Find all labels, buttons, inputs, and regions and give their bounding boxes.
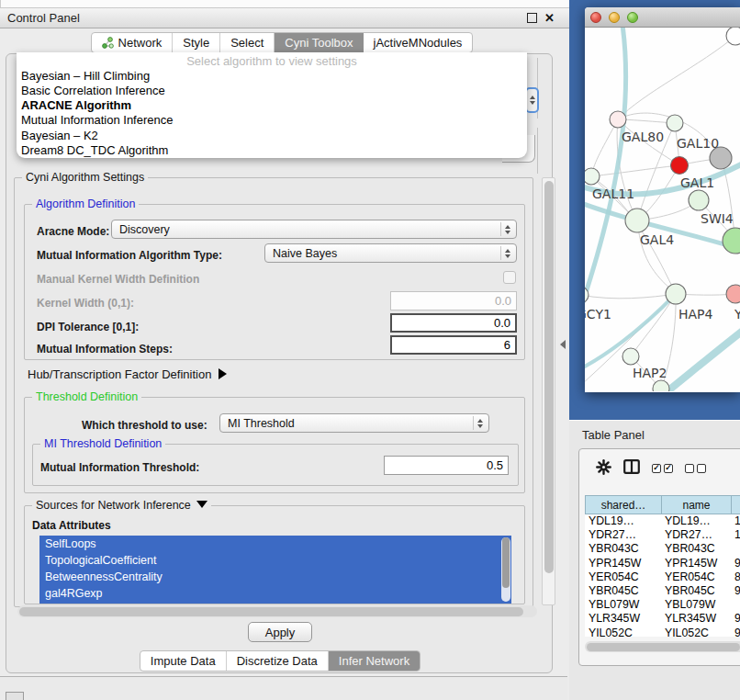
table-header-row: shared… name: [585, 495, 740, 514]
close-icon[interactable]: ✕: [544, 12, 555, 24]
tab-impute-data[interactable]: Impute Data: [140, 651, 227, 671]
tab-style[interactable]: Style: [173, 33, 220, 52]
network-node-HAP2[interactable]: [622, 348, 639, 365]
table-row[interactable]: YDL19…YDL19…13: [585, 514, 740, 528]
group-title: Sources for Network Inference: [36, 499, 191, 512]
node-label: GAL11: [592, 186, 634, 201]
tab-label: Select: [230, 36, 263, 50]
table-horizontal-scrollbar[interactable]: [585, 641, 740, 652]
tab-label: Discretize Data: [237, 654, 318, 668]
menu-item[interactable]: Bayesian – K2: [17, 129, 527, 143]
dropdown-placeholder: Select algorithm to view settings: [17, 54, 527, 69]
gear-icon[interactable]: [596, 459, 611, 479]
sources-toggle[interactable]: Sources for Network Inference: [32, 499, 211, 512]
group-title: Threshold Definition: [32, 390, 141, 403]
zoom-traffic-light-icon[interactable]: [627, 12, 638, 23]
close-traffic-light-icon[interactable]: [590, 12, 601, 23]
table-row[interactable]: YER054CYER054C8.: [585, 570, 740, 584]
network-node[interactable]: [726, 28, 740, 45]
table-body: YDL19…YDL19…13YDR27…YDR27…12YBR043CYBR04…: [585, 514, 740, 637]
select-all-icon[interactable]: ✓✓: [652, 464, 673, 473]
mi-algorithm-type-combo[interactable]: Naive Bayes: [264, 243, 517, 263]
column-header[interactable]: name: [661, 495, 731, 514]
network-node-Y[interactable]: [726, 285, 740, 303]
network-node-GAL11[interactable]: [585, 168, 600, 185]
aracne-mode-combo[interactable]: Discovery: [111, 220, 517, 239]
tab-network[interactable]: Network: [92, 33, 174, 52]
table-row[interactable]: YBR045CYBR045C9.: [585, 584, 740, 598]
dpi-tolerance-label: DPI Tolerance [0,1]:: [37, 321, 139, 333]
minimize-traffic-light-icon[interactable]: [609, 12, 620, 23]
dpi-tolerance-field[interactable]: [390, 313, 517, 333]
settings-vertical-scrollbar[interactable]: [542, 177, 555, 605]
menu-item-selected[interactable]: ARACNE Algorithm: [17, 98, 527, 113]
network-node-GAL80[interactable]: [610, 111, 626, 128]
network-node-SWI4[interactable]: [689, 190, 709, 210]
list-item[interactable]: TopologicalCoefficient: [39, 552, 511, 569]
network-node-GAL1[interactable]: [671, 157, 689, 175]
tab-jactivemnodules[interactable]: jActiveMNodules: [364, 33, 473, 52]
table-row[interactable]: YLR345WYLR345W9.: [585, 612, 740, 626]
network-node-GAL4[interactable]: [625, 209, 649, 232]
tab-cyni-toolbox[interactable]: Cyni Toolbox: [275, 33, 363, 52]
menu-item[interactable]: Dream8 DC_TDC Algorithm: [17, 143, 527, 158]
list-item[interactable]: SelfLoops: [39, 536, 511, 552]
menu-item[interactable]: Bayesian – Hill Climbing: [17, 69, 527, 84]
window-titlebar[interactable]: [585, 7, 740, 28]
tab-label: Style: [183, 36, 209, 50]
deselect-all-icon[interactable]: [685, 464, 706, 473]
list-item[interactable]: gal4RGexp: [39, 585, 511, 602]
table-row[interactable]: YBL079WYBL079W: [585, 598, 740, 612]
list-scrollbar[interactable]: [501, 537, 510, 602]
table-cell: YBR045C: [661, 584, 731, 598]
mi-threshold-field[interactable]: [384, 456, 509, 475]
table-row[interactable]: YBR043CYBR043C: [585, 542, 740, 556]
tab-label: Network: [118, 36, 163, 50]
settings-horizontal-scrollbar[interactable]: [17, 605, 537, 617]
table-cell: YLR345W: [661, 612, 731, 626]
table-cell: YBR045C: [585, 584, 661, 598]
column-header[interactable]: shared…: [585, 495, 661, 514]
network-node-GAL10[interactable]: [667, 115, 683, 131]
table-panel: Table Panel: [569, 420, 740, 700]
tab-discretize-data[interactable]: Discretize Data: [227, 651, 329, 671]
tab-infer-network[interactable]: Infer Network: [329, 651, 420, 671]
menu-item[interactable]: Mutual Information Inference: [17, 113, 527, 128]
combo-value: Naive Bayes: [273, 247, 337, 260]
network-icon: [102, 37, 114, 49]
spinner-icon: [500, 222, 513, 236]
tab-select[interactable]: Select: [220, 33, 275, 52]
network-node-HAP4[interactable]: [666, 284, 686, 304]
float-window-icon[interactable]: [527, 13, 537, 23]
tab-label: Impute Data: [151, 654, 216, 668]
network-node[interactable]: [723, 228, 740, 254]
data-attributes-label: Data Attributes: [32, 519, 111, 532]
hub-definition-toggle[interactable]: Hub/Transcription Factor Definition: [28, 367, 227, 381]
data-attributes-list[interactable]: SelfLoops TopologicalCoefficient Between…: [39, 536, 511, 604]
hub-definition-label: Hub/Transcription Factor Definition: [28, 367, 211, 381]
table-row[interactable]: YDR27…YDR27…12: [585, 528, 740, 542]
mi-steps-field[interactable]: [390, 335, 517, 355]
panel-splitter-handle[interactable]: [560, 340, 566, 349]
table-row[interactable]: YIL052CYIL052C9: [585, 627, 740, 638]
node-label: Y: [734, 307, 740, 322]
column-header[interactable]: [731, 495, 740, 514]
table-cell: [731, 598, 740, 612]
node-label: HAP2: [633, 366, 667, 380]
table-cell: 9: [731, 627, 740, 638]
manual-kernel-checkbox: [503, 271, 516, 284]
apply-button[interactable]: Apply: [248, 622, 312, 642]
table-cell: [731, 542, 740, 556]
occluded-groupbox-edge: [537, 128, 538, 174]
menu-item[interactable]: Basic Correlation Inference: [17, 84, 527, 98]
network-view-window[interactable]: GAL80GAL10GAL1GAL11SWI4GAL4GCY1HAP4YHAP2: [585, 7, 740, 392]
combo-value: MI Threshold: [228, 417, 295, 430]
which-threshold-combo[interactable]: MI Threshold: [219, 413, 489, 433]
network-canvas[interactable]: GAL80GAL10GAL1GAL11SWI4GAL4GCY1HAP4YHAP2: [585, 28, 740, 391]
node-table: shared… name YDL19…YDL19…13YDR27…YDR27…1…: [585, 495, 740, 637]
table-row[interactable]: YPR145WYPR145W9.: [585, 557, 740, 570]
columns-icon[interactable]: [623, 459, 640, 478]
list-item[interactable]: BetweennessCentrality: [39, 569, 511, 585]
panel-title: Control Panel: [0, 11, 80, 25]
expanded-arrow-icon: [196, 501, 207, 508]
